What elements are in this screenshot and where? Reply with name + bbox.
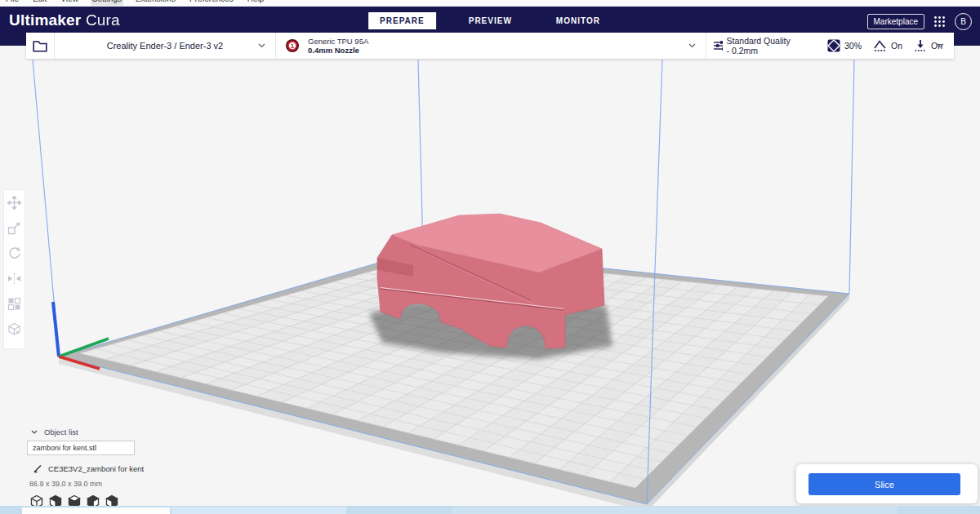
printer-name: Creality Ender-3 / Ender-3 v2 (107, 41, 223, 51)
profile-name: Standard Quality - 0.2mm (727, 36, 793, 55)
mirror-tool-icon[interactable] (7, 272, 21, 286)
chevron-down-icon (688, 43, 696, 48)
taskbar-segment (22, 507, 170, 514)
taskbar-segment (172, 507, 346, 514)
rotate-tool-icon[interactable] (7, 246, 21, 260)
print-job-name: CE3E3V2_zamboni for kent (48, 464, 144, 473)
menu-edit[interactable]: Edit (31, 0, 48, 6)
marketplace-button[interactable]: Marketplace (867, 14, 924, 29)
object-list-panel: Object list zamboni for kent.stl CE3E3V2… (27, 428, 144, 509)
menu-help[interactable]: Help (246, 0, 266, 6)
sliders-icon (713, 39, 723, 52)
menu-view[interactable]: View (59, 0, 80, 6)
svg-text:1: 1 (291, 43, 294, 49)
os-taskbar-edge (0, 506, 980, 514)
open-file-button[interactable] (26, 33, 55, 59)
menu-file[interactable]: File (4, 0, 20, 6)
nozzle-size: 0.4mm Nozzle (308, 46, 368, 55)
chevron-down-icon (31, 430, 38, 434)
extruder-icon: 1 (285, 38, 300, 53)
object-list-item[interactable]: zamboni for kent.stl (27, 441, 135, 455)
logo-cura: Cura (86, 11, 120, 29)
chevron-down-icon (937, 43, 944, 48)
menu-preferences[interactable]: Preferences (188, 0, 235, 6)
material-selector[interactable]: 1 Generic TPU 95A 0.4mm Nozzle (276, 33, 706, 59)
menu-bar: File Edit View Settings Extensions Prefe… (0, 0, 980, 7)
scale-tool-icon[interactable] (7, 221, 21, 235)
tab-monitor[interactable]: MONITOR (545, 12, 612, 29)
applications-grid-icon[interactable] (933, 16, 946, 28)
chevron-down-icon (258, 43, 265, 48)
infill-icon (827, 39, 840, 52)
stage-tabs: PREPARE PREVIEW MONITOR (368, 11, 612, 29)
account-avatar[interactable]: B (955, 13, 972, 30)
print-settings-selector[interactable]: Standard Quality - 0.2mm 30% On (706, 33, 954, 59)
app-logo: Ultimaker Cura (9, 11, 120, 29)
menu-extensions[interactable]: Extensions (134, 0, 177, 6)
menu-settings[interactable]: Settings (91, 0, 123, 6)
slice-button[interactable]: Slice (808, 473, 960, 495)
object-list-title: Object list (44, 428, 78, 436)
folder-icon (33, 40, 47, 52)
adhesion-icon (914, 39, 927, 52)
object-list-header[interactable]: Object list (31, 428, 144, 436)
tab-prepare[interactable]: PREPARE (368, 12, 436, 29)
per-model-settings-icon[interactable] (7, 297, 21, 311)
model-dimensions: 86.9 x 39.0 x 39.0 mm (29, 480, 144, 488)
support-state: On (891, 41, 902, 51)
infill-percent: 30% (844, 41, 862, 51)
support-icon (873, 39, 887, 52)
rename-pencil-icon[interactable] (33, 463, 42, 473)
move-tool-icon[interactable] (7, 196, 21, 210)
support-blocker-icon[interactable] (7, 322, 21, 336)
action-panel: Slice (796, 464, 978, 503)
tool-sidebar (3, 189, 25, 349)
taskbar-segment (452, 507, 897, 514)
z-axis (53, 302, 59, 357)
material-name: Generic TPU 95A (308, 37, 368, 46)
viewport-3d[interactable] (0, 0, 980, 514)
configuration-bar: Creality Ender-3 / Ender-3 v2 1 Generic … (26, 33, 954, 59)
logo-ultimaker: Ultimaker (9, 11, 81, 29)
tab-preview[interactable]: PREVIEW (457, 12, 523, 29)
printer-selector[interactable]: Creality Ender-3 / Ender-3 v2 (55, 33, 276, 59)
